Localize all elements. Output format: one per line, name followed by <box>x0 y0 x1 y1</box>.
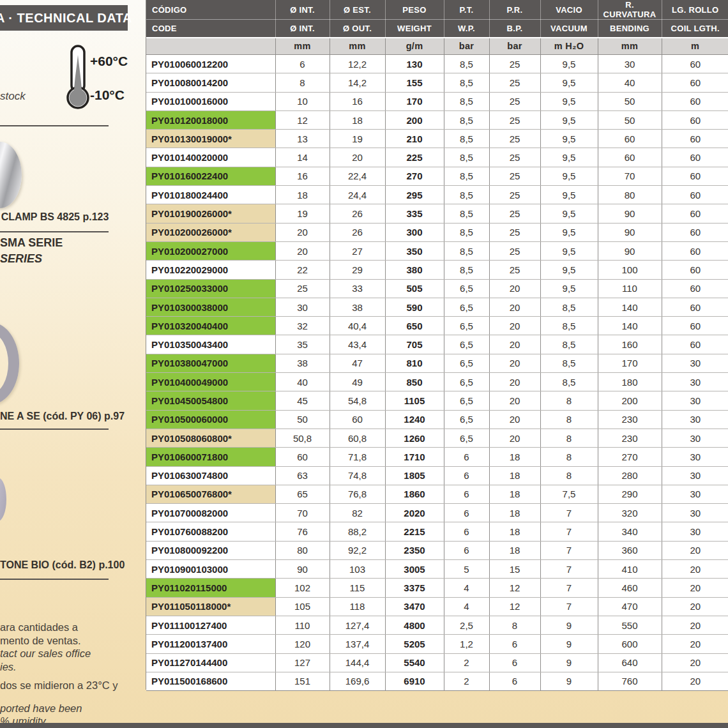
value-cell-peso: 335 <box>385 204 444 223</box>
col-header-peso-top: PESO <box>385 0 444 20</box>
code-cell: PY010120018000 <box>146 110 275 129</box>
value-cell-est: 16 <box>330 92 385 110</box>
value-cell-int: 127 <box>275 653 330 672</box>
value-cell-est: 14,2 <box>330 73 385 92</box>
value-cell-curvatura: 230 <box>598 428 662 447</box>
value-cell-pr: 25 <box>489 73 540 92</box>
value-cell-pt: 6 <box>444 541 489 559</box>
code-cell: PY010500060000 <box>146 410 275 428</box>
value-cell-peso: 2215 <box>385 522 444 541</box>
value-cell-est: 20 <box>330 148 385 167</box>
value-cell-peso: 1860 <box>385 485 444 503</box>
value-cell-est: 169,6 <box>330 672 385 690</box>
value-cell-vacio: 9 <box>540 616 598 634</box>
value-cell-pt: 6,5 <box>444 373 489 391</box>
value-cell-vacio: 8,5 <box>540 335 598 354</box>
code-cell: PY010220029000 <box>146 261 275 279</box>
piston-caption: TONE BIO (cód. B2) p.100 <box>0 559 125 571</box>
fitting-caption: NE A SE (cód. PY 06) p.97 <box>0 411 125 422</box>
value-cell-peso: 380 <box>385 261 444 279</box>
value-cell-pt: 6,5 <box>444 391 489 410</box>
value-cell-rollo: 60 <box>662 261 728 279</box>
code-cell: PY010800092200 <box>146 541 275 559</box>
code-cell: PY010100016000 <box>146 92 275 110</box>
value-cell-peso: 5205 <box>385 635 444 653</box>
value-cell-int: 151 <box>275 672 330 690</box>
value-cell-curvatura: 360 <box>598 541 662 559</box>
value-cell-rollo: 30 <box>662 504 728 522</box>
value-cell-int: 22 <box>275 261 330 279</box>
col-header-est-unit: mm <box>330 38 385 55</box>
value-cell-int: 32 <box>275 317 330 335</box>
value-cell-curvatura: 640 <box>598 653 662 672</box>
value-cell-curvatura: 110 <box>598 279 662 298</box>
code-cell: PY010190026000* <box>146 204 275 223</box>
value-cell-pr: 18 <box>489 541 540 559</box>
table-row: PY010130019000*13192108,5259,56060 <box>146 130 728 148</box>
value-cell-int: 90 <box>275 560 330 579</box>
value-cell-vacio: 9,5 <box>540 186 598 204</box>
value-cell-vacio: 8,5 <box>540 373 598 391</box>
value-cell-peso: 4800 <box>385 616 444 634</box>
value-cell-vacio: 8 <box>540 448 598 466</box>
value-cell-rollo: 60 <box>662 204 728 223</box>
value-cell-pt: 6 <box>444 466 489 485</box>
value-cell-pr: 12 <box>489 597 540 616</box>
value-cell-int: 110 <box>275 616 330 634</box>
value-cell-int: 20 <box>275 223 330 241</box>
value-cell-vacio: 7 <box>540 504 598 522</box>
value-cell-peso: 2350 <box>385 541 444 559</box>
value-cell-curvatura: 290 <box>598 485 662 503</box>
value-cell-curvatura: 100 <box>598 261 662 279</box>
value-cell-pt: 6 <box>444 522 489 541</box>
value-cell-pr: 25 <box>489 261 540 279</box>
table-body: PY010060012200612,21308,5259,53060PY0100… <box>146 55 728 691</box>
table-row: PY0110201150001021153375412746020 <box>146 579 728 597</box>
value-cell-rollo: 60 <box>662 335 728 354</box>
piston-photo <box>0 478 6 521</box>
value-cell-est: 60 <box>330 410 385 428</box>
value-cell-curvatura: 180 <box>598 373 662 391</box>
value-cell-curvatura: 280 <box>598 466 662 485</box>
divider <box>0 579 109 580</box>
table-row: PY010650076800*6576,818606187,529030 <box>146 485 728 503</box>
code-cell: PY010130019000* <box>146 130 275 148</box>
value-cell-peso: 130 <box>385 55 444 73</box>
value-cell-pt: 8,5 <box>444 92 489 110</box>
value-cell-peso: 295 <box>385 186 444 204</box>
value-cell-int: 105 <box>275 597 330 616</box>
value-cell-peso: 650 <box>385 317 444 335</box>
table-row: PY0103500434003543,47056,5208,516060 <box>146 335 728 354</box>
value-cell-pr: 6 <box>489 635 540 653</box>
value-cell-est: 24,4 <box>330 186 385 204</box>
value-cell-peso: 1240 <box>385 410 444 428</box>
value-cell-pr: 8 <box>489 616 540 634</box>
value-cell-vacio: 7 <box>540 597 598 616</box>
value-cell-est: 49 <box>330 373 385 391</box>
table-row: PY01070008200070822020618732030 <box>146 504 728 522</box>
value-cell-curvatura: 140 <box>598 317 662 335</box>
value-cell-rollo: 20 <box>662 541 728 559</box>
divider <box>0 125 109 126</box>
value-cell-vacio: 9,5 <box>540 223 598 241</box>
fitting-photo <box>0 322 19 404</box>
value-cell-curvatura: 460 <box>598 579 662 597</box>
value-cell-rollo: 60 <box>662 298 728 316</box>
value-cell-pr: 12 <box>489 579 540 597</box>
temperature-max-label: +60°C <box>90 54 128 69</box>
table-row: PY010200026000*20263008,5259,59060 <box>146 223 728 241</box>
value-cell-rollo: 60 <box>662 186 728 204</box>
code-cell: PY010200026000* <box>146 223 275 241</box>
col-header-int-top: Ø INT. <box>275 0 330 20</box>
value-cell-int: 45 <box>275 391 330 410</box>
value-cell-pr: 25 <box>489 130 540 148</box>
value-cell-vacio: 9,5 <box>540 73 598 92</box>
table-row: PY0108000922008092,22350618736020 <box>146 541 728 559</box>
value-cell-curvatura: 760 <box>598 672 662 690</box>
note-line: ported have been <box>0 702 146 715</box>
table-row: PY01010001600010161708,5259,55060 <box>146 92 728 110</box>
code-cell: PY010900103000 <box>146 560 275 579</box>
value-cell-pt: 6,5 <box>444 298 489 316</box>
value-cell-int: 63 <box>275 466 330 485</box>
value-cell-pt: 8,5 <box>444 241 489 260</box>
